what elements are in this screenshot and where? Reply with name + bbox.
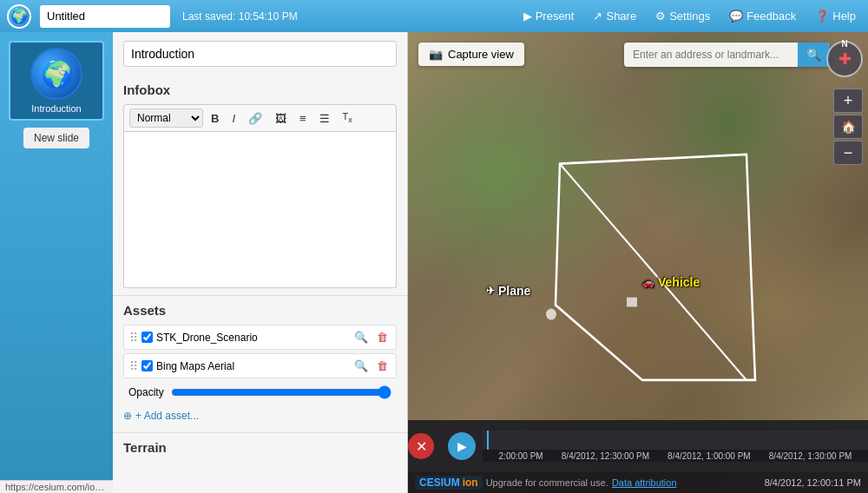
compass-arrow-icon: ✚ <box>838 49 852 69</box>
timeline-time2: 8/4/2012, 12:30:00 PM <box>562 451 649 461</box>
share-button[interactable]: ↗ Share <box>588 6 641 26</box>
asset2-delete-button[interactable]: 🗑 <box>374 358 391 373</box>
asset1-checkbox[interactable] <box>141 332 153 343</box>
timeline-ruler: 2:00:00 PM 8/4/2012, 12:30:00 PM 8/4/201… <box>483 450 868 462</box>
help-button[interactable]: ❓ Help <box>810 6 861 26</box>
asset1-name: STK_Drone_Scenario <box>156 332 352 344</box>
rich-text-toolbar: Normal Heading 1 Heading 2 Heading 3 B I… <box>123 104 397 132</box>
link-button[interactable]: 🔗 <box>243 109 267 128</box>
camera-icon: 📷 <box>429 48 443 61</box>
zoom-in-button[interactable]: + <box>833 89 863 113</box>
location-search-input[interactable] <box>624 43 798 66</box>
editor-panel: Infobox Normal Heading 1 Heading 2 Headi… <box>113 32 408 493</box>
asset2-name: Bing Maps Aerial <box>156 360 352 372</box>
opacity-row: Opacity <box>123 382 397 403</box>
main-layout: 🌍 Introduction New slide Infobox Normal … <box>0 32 868 493</box>
timeline-time3: 8/4/2012, 1:00:00 PM <box>667 451 751 461</box>
document-title-input[interactable] <box>40 5 170 28</box>
slide-title-input[interactable] <box>123 41 397 67</box>
share-icon: ↗ <box>593 10 602 23</box>
asset2-actions: 🔍 🗑 <box>352 358 391 373</box>
zoom-home-button[interactable]: 🏠 <box>833 115 863 139</box>
play-button[interactable]: ▶ <box>448 432 476 460</box>
cesium-ion-text: ion <box>463 477 478 489</box>
asset1-delete-button[interactable]: 🗑 <box>374 330 391 345</box>
drag-handle-icon[interactable]: ⠿ <box>129 331 138 345</box>
timeline-time1: 2:00:00 PM <box>499 451 543 461</box>
asset-row: ⠿ STK_Drone_Scenario 🔍 🗑 <box>123 325 397 350</box>
svg-line-1 <box>560 164 746 380</box>
timeline-time4: 8/4/2012, 1:30:00 PM <box>769 451 852 461</box>
svg-point-2 <box>546 309 556 320</box>
assets-section: Assets ⠿ STK_Drone_Scenario 🔍 🗑 ⠿ Bing M… <box>113 296 407 433</box>
ordered-list-button[interactable]: ≡ <box>294 109 312 128</box>
close-timeline-button[interactable]: ✕ <box>408 433 434 459</box>
capture-view-button[interactable]: 📷 Capture view <box>418 43 524 66</box>
present-button[interactable]: ▶ Present <box>518 6 580 26</box>
timeline: ✕ ▶ 2:00:00 PM 8/4/2012, 12:30:00 PM 8/4… <box>408 420 868 472</box>
search-button[interactable]: 🔍 <box>798 43 830 67</box>
assets-header: Assets <box>123 303 397 318</box>
slide-title-section <box>113 32 407 76</box>
infobox-editor[interactable] <box>123 132 397 288</box>
help-icon: ❓ <box>815 10 829 23</box>
timeline-labels: 2:00:00 PM 8/4/2012, 12:30:00 PM 8/4/201… <box>483 451 868 461</box>
svg-rect-3 <box>627 298 637 307</box>
zoom-out-button[interactable]: − <box>833 141 863 165</box>
feedback-icon: 💬 <box>729 10 743 23</box>
feedback-button[interactable]: 💬 Feedback <box>724 6 801 26</box>
present-icon: ▶ <box>523 10 532 23</box>
svg-marker-0 <box>556 154 755 380</box>
asset2-checkbox[interactable] <box>141 360 153 371</box>
new-slide-button[interactable]: New slide <box>23 128 89 148</box>
asset-row: ⠿ Bing Maps Aerial 🔍 🗑 <box>123 353 397 378</box>
slide-globe-icon: 🌍 <box>30 48 82 100</box>
slide-label: Introduction <box>31 103 81 114</box>
vehicle-label: 🚗 Vehicle <box>642 275 700 289</box>
infobox-header: Infobox <box>123 82 397 97</box>
drag-handle-icon[interactable]: ⠿ <box>129 359 138 373</box>
cesium-logo: CESIUM ion <box>415 476 483 490</box>
map-zoom-controls: + 🏠 − <box>833 89 863 165</box>
last-saved-text: Last saved: 10:54:10 PM <box>182 10 298 23</box>
add-asset-button[interactable]: ⊕ + Add asset... <box>123 406 199 425</box>
cesium-attribution-bar: CESIUM ion Upgrade for commercial use. D… <box>408 472 868 493</box>
location-search-bar: 🔍 <box>624 43 830 67</box>
settings-button[interactable]: ⚙ Settings <box>650 6 715 26</box>
asset1-zoom-button[interactable]: 🔍 <box>352 330 371 345</box>
gear-icon: ⚙ <box>655 10 666 23</box>
terrain-section: Terrain <box>113 433 407 469</box>
plane-label: ✈ Plane <box>486 284 530 298</box>
asset1-actions: 🔍 🗑 <box>352 330 391 345</box>
clear-format-button[interactable]: Tx <box>338 108 358 127</box>
timeline-track[interactable]: 2:00:00 PM 8/4/2012, 12:30:00 PM 8/4/201… <box>483 431 868 462</box>
url-bar: https://cesium.com/ion/stories <box>0 480 113 493</box>
compass: N ✚ <box>826 41 863 77</box>
slides-panel: 🌍 Introduction New slide <box>0 32 113 493</box>
upgrade-text: Upgrade for commercial use. <box>486 477 608 488</box>
opacity-label: Opacity <box>128 386 164 398</box>
topbar: 🌍 Last saved: 10:54:10 PM ▶ Present ↗ Sh… <box>0 0 868 32</box>
slide-thumbnail[interactable]: 🌍 Introduction <box>9 41 104 121</box>
terrain-header: Terrain <box>123 440 397 455</box>
opacity-slider[interactable] <box>171 385 391 399</box>
infobox-section: Infobox Normal Heading 1 Heading 2 Headi… <box>113 76 407 296</box>
style-selector[interactable]: Normal Heading 1 Heading 2 Heading 3 <box>129 108 203 128</box>
cesium-text: CESIUM <box>419 477 460 489</box>
data-attribution-link[interactable]: Data attribution <box>612 477 677 488</box>
current-timestamp: 8/4/2012, 12:00:11 PM <box>765 477 861 488</box>
app-logo: 🌍 <box>7 4 31 29</box>
map-panel: ✈ Plane 🚗 Vehicle 📷 Capture view 🔍 <box>408 32 868 493</box>
compass-ring: N ✚ <box>826 41 863 77</box>
add-asset-icon: ⊕ <box>123 410 132 422</box>
italic-button[interactable]: I <box>227 109 240 128</box>
image-button[interactable]: 🖼 <box>270 109 292 128</box>
compass-north-label: N <box>841 39 847 49</box>
unordered-list-button[interactable]: ☰ <box>314 109 335 128</box>
asset2-zoom-button[interactable]: 🔍 <box>352 358 371 373</box>
bold-button[interactable]: B <box>206 109 224 128</box>
